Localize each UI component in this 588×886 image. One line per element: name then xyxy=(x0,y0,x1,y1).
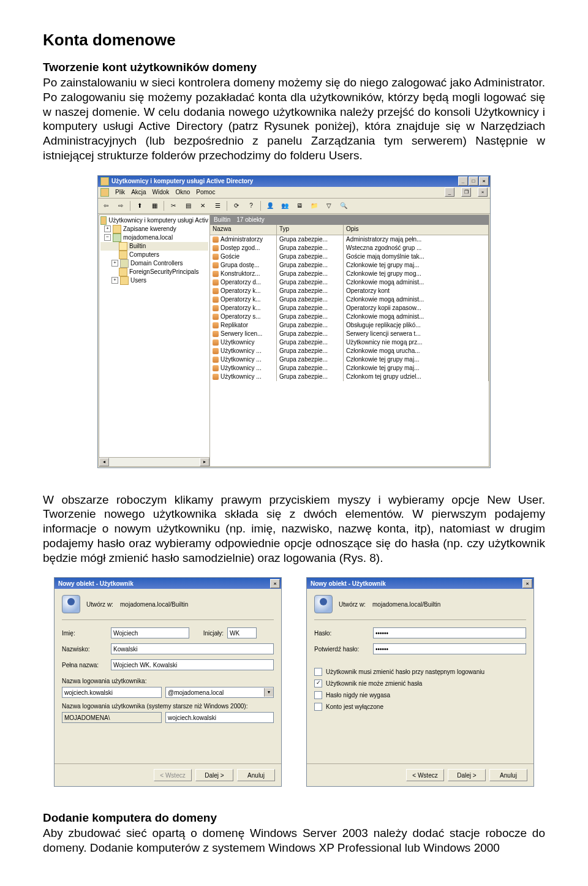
tree-users[interactable]: + Users xyxy=(100,276,208,285)
row-chk4[interactable]: Konto jest wyłączone xyxy=(314,703,526,711)
list-item[interactable]: UżytkownicyGrupa zabezpie...Użytkownicy … xyxy=(210,338,489,347)
toolbar-columns-button[interactable]: ▦ xyxy=(148,200,161,212)
input-logon2000-user[interactable] xyxy=(165,712,274,723)
list-item[interactable]: Dostęp zgod...Grupa zabezpie...Wsteczna … xyxy=(210,244,489,252)
list-item[interactable]: Konstruktorz...Grupa zabezpie...Członkow… xyxy=(210,270,489,278)
menu-akcja[interactable]: Akcja xyxy=(131,189,146,195)
input-inicjaly[interactable] xyxy=(227,627,257,638)
toolbar-delete-icon[interactable]: ✕ xyxy=(196,200,209,212)
menu-okno[interactable]: Okno xyxy=(175,189,190,195)
tree-computers[interactable]: Computers xyxy=(100,251,208,259)
cancel-button[interactable]: Anuluj xyxy=(489,769,527,781)
titlebar[interactable]: Użytkownicy i komputery usługi Active Di… xyxy=(98,176,490,187)
checkbox-icon[interactable] xyxy=(314,691,322,699)
menu-widok[interactable]: Widok xyxy=(153,189,170,195)
list-item[interactable]: Operatorzy s...Grupa zabezpie...Członkow… xyxy=(210,312,489,321)
toolbar-group-icon[interactable]: 👥 xyxy=(278,200,292,212)
toolbar-filter-icon[interactable]: ▽ xyxy=(322,200,336,212)
tree-saved-queries[interactable]: + Zapisane kwerendy xyxy=(100,225,208,233)
scroll-track[interactable] xyxy=(109,458,200,466)
tree-hscrollbar[interactable]: ◂ ▸ xyxy=(99,457,209,466)
close-button[interactable]: × xyxy=(270,579,280,588)
toolbar-user-icon[interactable]: 👤 xyxy=(263,200,277,212)
list-item[interactable]: Grupa dostę...Grupa zabezpie...Członkowi… xyxy=(210,261,489,270)
window-ad-users-computers: Użytkownicy i komputery usługi Active Di… xyxy=(97,175,491,468)
toolbar-cut-icon[interactable]: ✂ xyxy=(167,200,180,212)
checkbox-icon[interactable] xyxy=(314,703,322,711)
close-button[interactable]: × xyxy=(479,176,489,186)
dialog-titlebar[interactable]: Nowy obiekt - Użytkownik × xyxy=(307,578,533,589)
toolbar-help-icon[interactable]: ? xyxy=(244,200,258,212)
list-item[interactable]: Operatorzy k...Grupa zabezpie...Członkow… xyxy=(210,295,489,304)
input-haslo[interactable] xyxy=(373,627,526,638)
back-button[interactable]: < Wstecz xyxy=(406,769,444,781)
toolbar-find-icon[interactable]: 🔍 xyxy=(337,200,350,212)
row-nazwisko: Nazwisko: xyxy=(62,643,274,654)
toolbar-copy-icon[interactable]: ▤ xyxy=(181,200,195,212)
checkbox-icon[interactable] xyxy=(314,668,322,676)
chevron-down-icon[interactable]: ▾ xyxy=(264,688,273,697)
row-chk2[interactable]: ✓ Użytkownik nie może zmienić hasła xyxy=(314,680,526,687)
paragraph-2: W obszarze roboczym klikamy prawym przyc… xyxy=(43,493,545,566)
toolbar-back-button[interactable]: ⇦ xyxy=(99,200,113,212)
scroll-right-icon[interactable]: ▸ xyxy=(200,458,209,466)
list-item[interactable]: ReplikatorGrupa zabezpie...Obsługuje rep… xyxy=(210,321,489,330)
toolbar-ou-icon[interactable]: 📁 xyxy=(307,200,321,212)
col-type[interactable]: Typ xyxy=(277,225,344,235)
expand-icon[interactable]: + xyxy=(111,260,118,267)
minimize-button[interactable]: _ xyxy=(458,176,468,186)
list-item[interactable]: Użytkownicy ...Grupa zabezpie...Członkow… xyxy=(210,347,489,355)
combo-logon-suffix[interactable]: @mojadomena.local ▾ xyxy=(165,687,274,698)
toolbar-refresh-icon[interactable]: ⟳ xyxy=(230,200,243,212)
cancel-button[interactable]: Anuluj xyxy=(237,769,275,781)
dialog-titlebar[interactable]: Nowy obiekt - Użytkownik × xyxy=(55,578,281,589)
list-item[interactable]: Użytkownicy ...Grupa zabezpie...Członkom… xyxy=(210,373,489,381)
list-item[interactable]: Operatorzy k...Grupa zabezpie...Operator… xyxy=(210,287,489,295)
tree-domain[interactable]: − mojadomena.local xyxy=(100,233,208,242)
toolbar-forward-button[interactable]: ⇨ xyxy=(114,200,127,212)
tree-domain-controllers[interactable]: + Domain Controllers xyxy=(100,259,208,268)
checkbox-checked-icon[interactable]: ✓ xyxy=(314,680,322,687)
tree-root[interactable]: Użytkownicy i komputery usługi Activ xyxy=(100,216,208,225)
list-item[interactable]: Operatorzy k...Grupa zabezpie...Operator… xyxy=(210,304,489,312)
list-item[interactable]: AdministratorzyGrupa zabezpie...Administ… xyxy=(210,235,489,244)
mdi-minimize-button[interactable]: _ xyxy=(445,187,454,197)
collapse-icon[interactable]: − xyxy=(104,234,111,241)
cell-desc: Operatorzy kont xyxy=(344,287,489,295)
input-imie[interactable] xyxy=(111,627,189,638)
toolbar-properties-icon[interactable]: ☰ xyxy=(211,200,224,212)
list-item[interactable]: Użytkownicy ...Grupa zabezpie...Członkow… xyxy=(210,355,489,364)
tree-pane[interactable]: Użytkownicy i komputery usługi Activ + Z… xyxy=(99,215,210,466)
input-pelna[interactable] xyxy=(111,659,274,670)
menu-pomoc[interactable]: Pomoc xyxy=(196,189,215,195)
mdi-restore-button[interactable]: ❐ xyxy=(461,187,471,197)
close-button[interactable]: × xyxy=(522,579,532,588)
heading-konta-domenowe: Konta domenowe xyxy=(43,31,545,50)
maximize-button[interactable]: □ xyxy=(469,176,478,186)
tree-builtin[interactable]: Builtin xyxy=(100,242,208,251)
expand-icon[interactable]: + xyxy=(111,277,118,284)
col-desc[interactable]: Opis xyxy=(344,225,489,235)
input-logon[interactable] xyxy=(62,687,162,698)
list-item[interactable]: GościeGrupa zabezpie...Goście mają domyś… xyxy=(210,252,489,261)
next-button[interactable]: Dalej > xyxy=(448,769,486,781)
next-button[interactable]: Dalej > xyxy=(195,769,233,781)
row-chk3[interactable]: Hasło nigdy nie wygasa xyxy=(314,691,526,699)
toolbar-computer-icon[interactable]: 🖥 xyxy=(293,200,306,212)
list-rows[interactable]: AdministratorzyGrupa zabezpie...Administ… xyxy=(210,235,489,466)
list-item[interactable]: Użytkownicy ...Grupa zabezpie...Członkow… xyxy=(210,364,489,373)
menu-plik[interactable]: Plik xyxy=(115,189,125,195)
input-nazwisko[interactable] xyxy=(111,643,274,654)
scroll-left-icon[interactable]: ◂ xyxy=(99,458,109,466)
row-chk1[interactable]: Użytkownik musi zmienić hasło przy nastę… xyxy=(314,668,526,676)
row-logon2000 xyxy=(62,712,274,723)
list-item[interactable]: Serwery licen...Grupa zabezpie...Serwery… xyxy=(210,330,489,338)
mdi-close-button[interactable]: × xyxy=(478,187,488,197)
input-potwierdz[interactable] xyxy=(373,643,526,654)
tree-fsp[interactable]: ForeignSecurityPrincipals xyxy=(100,268,208,276)
col-name[interactable]: Nazwa xyxy=(210,225,277,235)
folder-icon xyxy=(113,225,121,233)
list-item[interactable]: Operatorzy d...Grupa zabezpie...Członkow… xyxy=(210,278,489,287)
expand-icon[interactable]: + xyxy=(104,225,111,232)
toolbar-up-button[interactable]: ⬆ xyxy=(133,200,146,212)
